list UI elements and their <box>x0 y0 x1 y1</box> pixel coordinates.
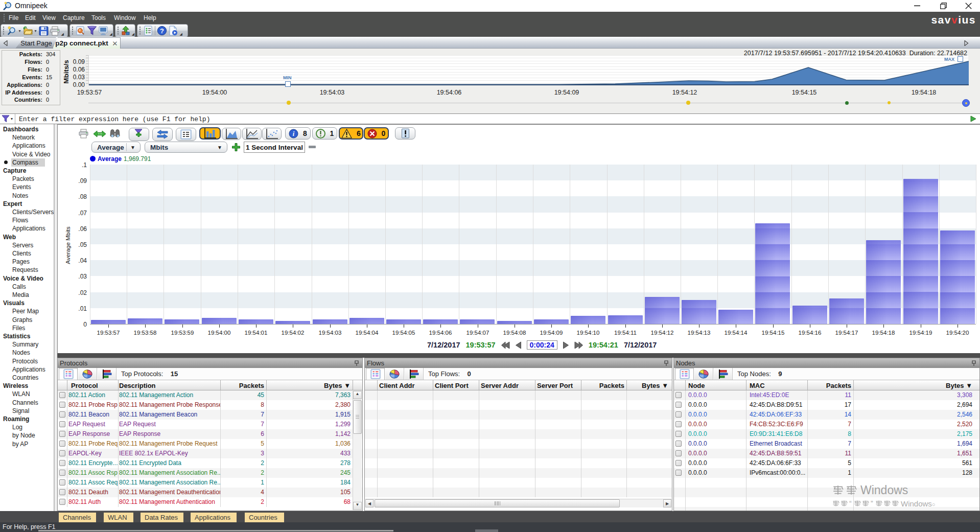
svg-text:?: ? <box>160 27 164 35</box>
svg-text:i: i <box>293 130 295 137</box>
